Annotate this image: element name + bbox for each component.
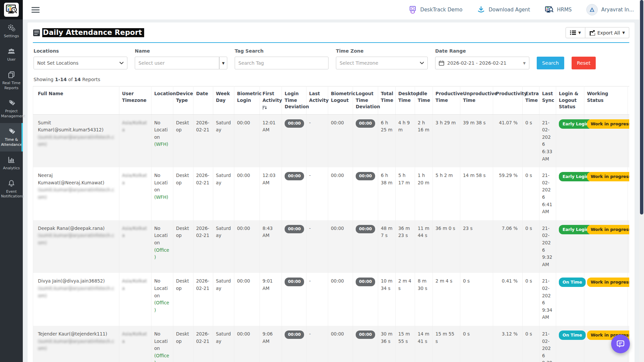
timezone-select[interactable]: Select Timezone [336, 57, 428, 69]
sidebar-item-event-notifications[interactable]: Event Notifications [0, 175, 23, 203]
sidebar-item-settings[interactable]: Settings [0, 19, 23, 43]
productive-time-cell: 15 m 55 s [433, 326, 460, 362]
column-header-action[interactable]: Action [628, 86, 630, 115]
first-activity-cell: 9:06 AM [260, 326, 282, 362]
table-row: Neeraj Kumawat(@Neeraj.Kumawat) (sumit.k… [33, 167, 630, 220]
chevron-down-icon [119, 62, 124, 64]
column-header-login-logout-status[interactable]: Login & Logout Status [556, 86, 584, 115]
working-status-cell: Work in progress [584, 220, 628, 273]
tags-icon [7, 99, 15, 107]
column-header-login-time-deviation[interactable]: Login Time Deviation [282, 86, 306, 115]
column-header-date[interactable]: Date [193, 86, 213, 115]
chat-widget-button[interactable] [611, 335, 630, 353]
column-header-location[interactable]: Location [152, 86, 173, 115]
column-header-device-type[interactable]: Device Type [173, 86, 193, 115]
idle-time-cell: 1 h 20 m [415, 167, 433, 220]
column-header-week-day[interactable]: Week Day [213, 86, 234, 115]
last-activity-cell: - [306, 114, 328, 167]
timezone-cell: Asia/Kolkata [119, 220, 152, 273]
nav-link-label: Aryavrat In... [601, 7, 634, 13]
date-cell: 2026-02-21 [193, 273, 213, 326]
login-status-cell: On Time [556, 273, 584, 326]
gear-icon [7, 24, 15, 32]
nav-account[interactable]: Aryavrat In... [586, 4, 634, 15]
columns-dropdown-button[interactable]: ▼ [566, 27, 585, 38]
reports-icon [7, 71, 15, 79]
last-sync-cell: 21-02-2026 6:33 AM [539, 114, 556, 167]
productivity-cell: 59.29 % [493, 167, 523, 220]
date-range-input[interactable]: 2026-02-21 - 2026-02-21 ▼ [435, 57, 529, 69]
date-cell: 2026-02-21 [193, 167, 213, 220]
sidebar-item-analytics[interactable]: Analytics [0, 152, 23, 175]
sidebar-item-time-attendance[interactable]: Time & Attendance [0, 123, 23, 152]
device-type-cell: Desktop [173, 326, 193, 362]
column-header-user-timezone[interactable]: User Timezone [119, 86, 152, 115]
tag-search-input[interactable]: Search Tag [235, 57, 329, 69]
nav-download-agent[interactable]: Download Agent [477, 6, 530, 14]
full-name-cell: Sumit Kumar(@sumit.kumar54312) (sumit.ku… [33, 114, 119, 167]
unproductive-time-cell: 0 s [460, 326, 493, 362]
desktop-time-cell: 4 h 9 m [396, 114, 415, 167]
column-header-full-name[interactable]: Full Name [33, 86, 119, 115]
results-range: 1-14 [55, 77, 67, 82]
column-header-desktop-time[interactable]: Desktop Time [396, 86, 415, 115]
main-content: Daily Attendance Report ▼ Export All [23, 19, 639, 362]
nav-desktrack-demo[interactable]: DeskTrack Demo [408, 5, 463, 14]
sidebar-item-label: Event Notifications [1, 189, 24, 199]
sidebar-item-project-management[interactable]: Project Management [0, 95, 23, 123]
column-header-first-activity[interactable]: First Activity [260, 86, 282, 115]
user-full-name: Tejender Kaur(@tejenderk111) [38, 331, 107, 337]
nav-hrms[interactable]: HRMS [545, 6, 572, 14]
search-button[interactable]: Search [537, 57, 564, 69]
column-header-biometric-logout[interactable]: Biometric Logout [328, 86, 353, 115]
column-header-biometric-login[interactable]: Biometric Login [234, 86, 260, 115]
bell-icon [7, 179, 15, 187]
locations-select[interactable]: Not Set Locations [34, 57, 127, 69]
results-summary: Showing 1-14 of 14 Reports [33, 71, 629, 86]
scrollbar-thumb[interactable] [640, 0, 643, 215]
export-all-button[interactable]: Export All ▼ [585, 27, 629, 38]
report-card: Daily Attendance Report ▼ Export All [27, 22, 635, 362]
column-header-logout-time-deviation[interactable]: Logout Time Deviation [353, 86, 378, 115]
location-cell: No Location (Office) [152, 220, 173, 273]
caret-down-icon: ▼ [523, 61, 526, 65]
total-time-cell: 6 h 38 m [378, 167, 396, 220]
caret-down-icon: ▼ [578, 31, 581, 35]
column-header-working-status[interactable]: Working Status [584, 86, 628, 115]
column-header-last-sync[interactable]: Last Sync [539, 86, 556, 115]
total-time-cell: 10 m 34 s [378, 273, 396, 326]
login-deviation-cell: 00:00 [282, 326, 306, 362]
last-sync-cell: 21-02-2026 9:32 AM [539, 220, 556, 273]
user-select-toggle[interactable]: ▼ [219, 57, 227, 69]
menu-toggle-icon[interactable] [32, 6, 40, 14]
column-header-total-time[interactable]: Total Time [378, 86, 396, 115]
user-email-redacted: (sumit.kumar@aryavratinfotech.com) [38, 134, 114, 147]
first-activity-cell: 12:03 AM [260, 167, 282, 220]
demo-icon [408, 5, 417, 14]
reset-button[interactable]: Reset [572, 57, 596, 69]
column-header-productive-time[interactable]: Productive Time [433, 86, 460, 115]
productivity-cell: 3.12 % [493, 326, 523, 362]
sidebar-item-real-time-reports[interactable]: Real Time Reports [0, 66, 23, 95]
app-logo[interactable] [0, 0, 23, 19]
login-deviation-cell: 00:00 [282, 167, 306, 220]
user-select-input[interactable]: Select user [135, 57, 219, 69]
sidebar-item-user[interactable]: User [0, 43, 23, 66]
unproductive-time-cell: 39 m 38 s [460, 114, 493, 167]
export-all-label: Export All [597, 30, 620, 36]
login-status-badge: On Time [559, 278, 586, 287]
working-status-cell: Work in progress [584, 273, 628, 326]
page-scrollbar[interactable] [639, 0, 644, 362]
chevron-down-icon [420, 62, 424, 64]
location-tag: (WFH) [154, 141, 168, 147]
biometric-login-cell: 00:00 [234, 114, 260, 167]
column-header-unproductive-time[interactable]: Unproductive Time [460, 86, 493, 115]
idle-time-cell: 2 h 16 m [415, 114, 433, 167]
sort-icon[interactable] [262, 106, 267, 110]
column-header-last-activity[interactable]: Last Activity [306, 86, 328, 115]
column-header-productivity[interactable]: Productivity [493, 86, 523, 115]
sidebar-item-label: Real Time Reports [2, 81, 20, 90]
last-activity-cell: - [306, 326, 328, 362]
column-header-idle-time[interactable]: Idle Time [415, 86, 433, 115]
user-full-name: Divya Jain(@divya.jain36852) [38, 278, 105, 284]
